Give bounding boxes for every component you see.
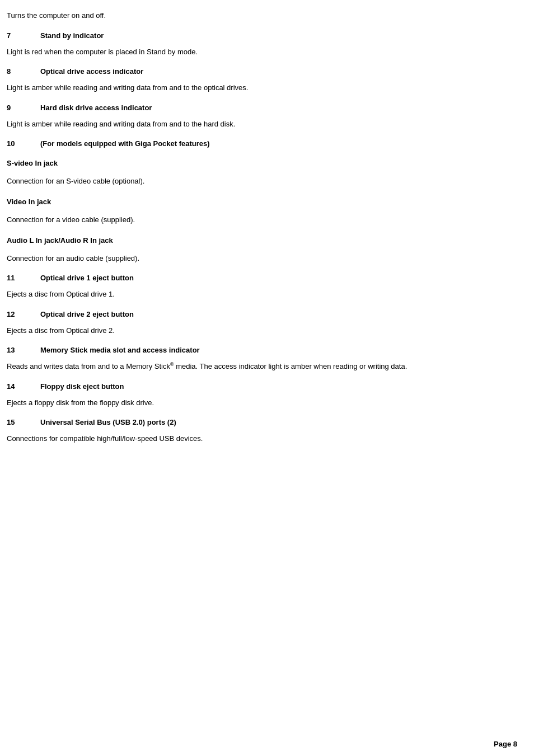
sections-container: 7Stand by indicatorLight is red when the… xyxy=(7,31,517,444)
section-title-9: Hard disk drive access indicator xyxy=(40,104,152,112)
section-number-13: 13 xyxy=(7,346,40,354)
subsection-body-1: Connection for a video cable (supplied). xyxy=(7,214,517,226)
subsection-body-2: Connection for an audio cable (supplied)… xyxy=(7,253,517,264)
section-header-15: 15Universal Serial Bus (USB 2.0) ports (… xyxy=(7,418,517,426)
subsection-title-2: Audio L In jack/Audio R In jack xyxy=(7,235,517,246)
section-number-15: 15 xyxy=(7,418,40,426)
section-title-8: Optical drive access indicator xyxy=(40,67,143,76)
section-body-14: Ejects a floppy disk from the floppy dis… xyxy=(7,397,517,408)
subsection-2: Audio L In jack/Audio R In jackConnectio… xyxy=(7,235,517,264)
subsection-0: S-video In jackConnection for an S-video… xyxy=(7,158,517,186)
section-11: 11Optical drive 1 eject buttonEjects a d… xyxy=(7,274,517,300)
section-header-14: 14Floppy disk eject button xyxy=(7,382,517,391)
section-body-7: Light is red when the computer is placed… xyxy=(7,46,517,58)
section-title-13: Memory Stick media slot and access indic… xyxy=(40,346,200,354)
section-body-8: Light is amber while reading and writing… xyxy=(7,82,517,93)
subsection-title-0: S-video In jack xyxy=(7,158,517,169)
section-title-15: Universal Serial Bus (USB 2.0) ports (2) xyxy=(40,418,176,426)
section-12: 12Optical drive 2 eject buttonEjects a d… xyxy=(7,310,517,336)
section-title-10: (For models equipped with Giga Pocket fe… xyxy=(40,139,210,148)
section-header-10: 10(For models equipped with Giga Pocket … xyxy=(7,139,517,148)
section-header-12: 12Optical drive 2 eject button xyxy=(7,310,517,318)
section-title-11: Optical drive 1 eject button xyxy=(40,274,134,282)
section-title-14: Floppy disk eject button xyxy=(40,382,124,391)
section-14: 14Floppy disk eject buttonEjects a flopp… xyxy=(7,382,517,408)
section-number-10: 10 xyxy=(7,139,40,148)
section-number-12: 12 xyxy=(7,310,40,318)
subsection-title-1: Video In jack xyxy=(7,196,517,208)
section-number-9: 9 xyxy=(7,104,40,112)
section-header-11: 11Optical drive 1 eject button xyxy=(7,274,517,282)
subsection-1: Video In jackConnection for a video cabl… xyxy=(7,196,517,225)
section-body-15: Connections for compatible high/full/low… xyxy=(7,433,517,444)
intro-text: Turns the computer on and off. xyxy=(7,10,517,21)
section-title-7: Stand by indicator xyxy=(40,31,104,40)
section-number-14: 14 xyxy=(7,382,40,391)
section-number-8: 8 xyxy=(7,67,40,76)
section-header-13: 13Memory Stick media slot and access ind… xyxy=(7,346,517,354)
section-9: 9Hard disk drive access indicatorLight i… xyxy=(7,104,517,130)
section-title-12: Optical drive 2 eject button xyxy=(40,310,134,318)
section-7: 7Stand by indicatorLight is red when the… xyxy=(7,31,517,58)
section-15: 15Universal Serial Bus (USB 2.0) ports (… xyxy=(7,418,517,444)
page-number: Page 8 xyxy=(494,740,517,748)
section-body-11: Ejects a disc from Optical drive 1. xyxy=(7,289,517,300)
subsection-body-0: Connection for an S-video cable (optiona… xyxy=(7,176,517,187)
section-header-8: 8Optical drive access indicator xyxy=(7,67,517,76)
section-number-7: 7 xyxy=(7,31,40,40)
section-header-9: 9Hard disk drive access indicator xyxy=(7,104,517,112)
section-body-9: Light is amber while reading and writing… xyxy=(7,119,517,130)
section-body-12: Ejects a disc from Optical drive 2. xyxy=(7,325,517,336)
trademark-symbol: ® xyxy=(170,361,174,367)
section-header-7: 7Stand by indicator xyxy=(7,31,517,40)
section-8: 8Optical drive access indicatorLight is … xyxy=(7,67,517,93)
section-number-11: 11 xyxy=(7,274,40,282)
section-10: 10(For models equipped with Giga Pocket … xyxy=(7,139,517,264)
section-13: 13Memory Stick media slot and access ind… xyxy=(7,346,517,372)
section-body-13: Reads and writes data from and to a Memo… xyxy=(7,361,517,372)
